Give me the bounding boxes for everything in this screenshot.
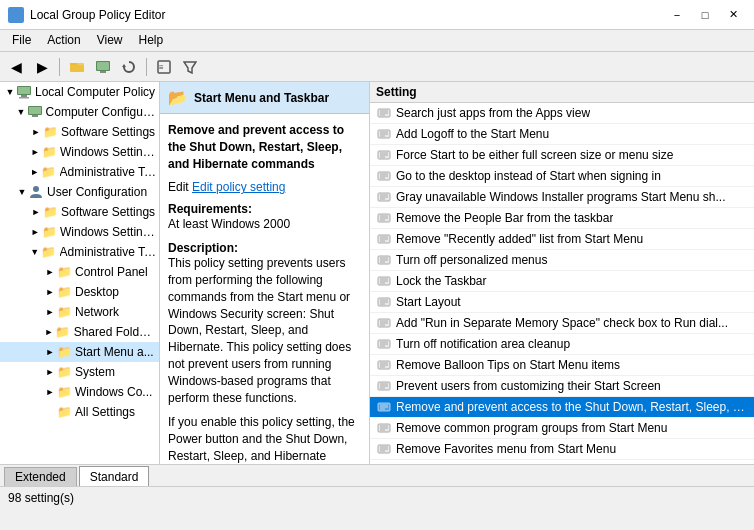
settings-header-label: Setting bbox=[376, 85, 417, 99]
tree-admin-templates-cc[interactable]: ► 📁 Administrative Te... bbox=[0, 162, 159, 182]
menu-file[interactable]: File bbox=[4, 32, 39, 49]
tree-toggle-at-cc[interactable]: ► bbox=[29, 167, 41, 177]
maximize-button[interactable]: □ bbox=[692, 6, 718, 24]
tree-uc-admin[interactable]: ▼ 📁 Administrative Te... bbox=[0, 242, 159, 262]
settings-item[interactable]: Go to the desktop instead of Start when … bbox=[370, 166, 754, 187]
settings-item[interactable]: Add "Run in Separate Memory Space" check… bbox=[370, 313, 754, 334]
tree-windows-settings[interactable]: ► 📁 Windows Setting... bbox=[0, 142, 159, 162]
folder-icon-button[interactable] bbox=[65, 56, 89, 78]
settings-item[interactable]: Remove Balloon Tips on Start Menu items bbox=[370, 355, 754, 376]
forward-button[interactable]: ▶ bbox=[30, 56, 54, 78]
tree-computer-config[interactable]: ▼ Computer Configura... bbox=[0, 102, 159, 122]
tree-desktop[interactable]: ► 📁 Desktop bbox=[0, 282, 159, 302]
tree-toggle-uc-ws[interactable]: ► bbox=[29, 227, 41, 237]
tree-wc-label: Windows Co... bbox=[75, 385, 152, 399]
svg-rect-4 bbox=[70, 65, 84, 72]
settings-item[interactable]: Turn off notification area cleanup bbox=[370, 334, 754, 355]
tree-toggle-uc-ss[interactable]: ► bbox=[30, 207, 42, 217]
user-config-icon bbox=[28, 184, 44, 200]
tree-uc-at-label: Administrative Te... bbox=[60, 245, 157, 259]
tree-all-settings[interactable]: ► 📁 All Settings bbox=[0, 402, 159, 422]
tab-extended-label: Extended bbox=[15, 470, 66, 484]
middle-panel-header: 📂 Start Menu and Taskbar bbox=[160, 82, 369, 114]
tab-extended[interactable]: Extended bbox=[4, 467, 77, 486]
tree-windows-components[interactable]: ► 📁 Windows Co... bbox=[0, 382, 159, 402]
settings-item[interactable]: Remove common program groups from Start … bbox=[370, 418, 754, 439]
tree-uc-ss-label: Software Settings bbox=[61, 205, 155, 219]
folder-as-icon: 📁 bbox=[56, 404, 72, 420]
tree-toggle-net[interactable]: ► bbox=[44, 307, 56, 317]
svg-rect-6 bbox=[97, 62, 109, 70]
setting-icon bbox=[376, 210, 392, 226]
settings-item[interactable]: Force Start to be either full screen siz… bbox=[370, 145, 754, 166]
setting-label: Remove and prevent access to the Shut Do… bbox=[396, 400, 748, 414]
description-title: Description: bbox=[168, 241, 361, 255]
tree-start-menu[interactable]: ► 📁 Start Menu a... bbox=[0, 342, 159, 362]
tree-toggle-sys[interactable]: ► bbox=[44, 367, 56, 377]
status-text: 98 setting(s) bbox=[8, 491, 74, 505]
settings-item[interactable]: Gray unavailable Windows Installer progr… bbox=[370, 187, 754, 208]
tree-toggle-ss[interactable]: ► bbox=[30, 127, 42, 137]
folder-uc-ws-icon: 📁 bbox=[41, 224, 57, 240]
back-button[interactable]: ◀ bbox=[4, 56, 28, 78]
tree-toggle-cp[interactable]: ► bbox=[44, 267, 56, 277]
settings-item[interactable]: Remove and prevent access to the Shut Do… bbox=[370, 397, 754, 418]
settings-item[interactable]: Remove "Recently added" list from Start … bbox=[370, 229, 754, 250]
folder-wc-icon: 📁 bbox=[56, 384, 72, 400]
folder-net-icon: 📁 bbox=[56, 304, 72, 320]
svg-rect-14 bbox=[21, 95, 27, 97]
app-icon bbox=[8, 7, 24, 23]
tree-uc-software[interactable]: ► 📁 Software Settings bbox=[0, 202, 159, 222]
tree-toggle-wc[interactable]: ► bbox=[44, 387, 56, 397]
setting-icon bbox=[376, 231, 392, 247]
minimize-button[interactable]: − bbox=[664, 6, 690, 24]
tree-toggle-sm[interactable]: ► bbox=[44, 347, 56, 357]
tree-root[interactable]: ▼ Local Computer Policy bbox=[0, 82, 159, 102]
tab-standard[interactable]: Standard bbox=[79, 466, 150, 486]
menu-help[interactable]: Help bbox=[131, 32, 172, 49]
tree-toggle-cc[interactable]: ▼ bbox=[15, 107, 26, 117]
setting-label: Force Start to be either full screen siz… bbox=[396, 148, 673, 162]
computer-icon-button[interactable] bbox=[91, 56, 115, 78]
settings-item[interactable]: Add Logoff to the Start Menu bbox=[370, 124, 754, 145]
tree-toggle-uc[interactable]: ▼ bbox=[16, 187, 28, 197]
edit-policy-link[interactable]: Edit policy setting bbox=[192, 180, 285, 194]
tree-network[interactable]: ► 📁 Network bbox=[0, 302, 159, 322]
filter-button[interactable] bbox=[178, 56, 202, 78]
middle-panel: 📂 Start Menu and Taskbar Remove and prev… bbox=[160, 82, 370, 464]
tree-control-panel[interactable]: ► 📁 Control Panel bbox=[0, 262, 159, 282]
svg-point-19 bbox=[33, 186, 39, 192]
tree-system[interactable]: ► 📁 System bbox=[0, 362, 159, 382]
close-button[interactable]: ✕ bbox=[720, 6, 746, 24]
menu-view[interactable]: View bbox=[89, 32, 131, 49]
tree-net-label: Network bbox=[75, 305, 119, 319]
tree-toggle-uc-at[interactable]: ▼ bbox=[29, 247, 41, 257]
tree-toggle-sf[interactable]: ► bbox=[43, 327, 55, 337]
setting-icon bbox=[376, 105, 392, 121]
tree-uc-windows[interactable]: ► 📁 Windows Setting... bbox=[0, 222, 159, 242]
menu-action[interactable]: Action bbox=[39, 32, 88, 49]
middle-panel-body: Remove and prevent access to the Shut Do… bbox=[160, 114, 369, 464]
refresh-button[interactable] bbox=[117, 56, 141, 78]
tree-software-settings[interactable]: ► 📁 Software Settings bbox=[0, 122, 159, 142]
settings-item[interactable]: Remove the People Bar from the taskbar bbox=[370, 208, 754, 229]
tree-toggle-ws[interactable]: ► bbox=[29, 147, 41, 157]
settings-item[interactable]: Prevent users from customizing their Sta… bbox=[370, 376, 754, 397]
settings-item[interactable]: Turn off personalized menus bbox=[370, 250, 754, 271]
settings-header: Setting bbox=[370, 82, 754, 103]
title-left: Local Group Policy Editor bbox=[8, 7, 165, 23]
tree-toggle-dt[interactable]: ► bbox=[44, 287, 56, 297]
folder-at-cc-icon: 📁 bbox=[41, 164, 57, 180]
tree-user-config[interactable]: ▼ User Configuration bbox=[0, 182, 159, 202]
settings-item[interactable]: Start Layout bbox=[370, 292, 754, 313]
setting-icon bbox=[376, 399, 392, 415]
settings-item[interactable]: Lock the Taskbar bbox=[370, 271, 754, 292]
content-area: ▼ Local Computer Policy ▼ Computer Confi… bbox=[0, 82, 754, 464]
export-button[interactable]: ≡ bbox=[152, 56, 176, 78]
settings-item[interactable]: Remove Favorites menu from Start Menu bbox=[370, 439, 754, 460]
tree-toggle-root[interactable]: ▼ bbox=[4, 87, 16, 97]
settings-item[interactable]: Search just apps from the Apps view bbox=[370, 103, 754, 124]
tree-shared-folders[interactable]: ► 📁 Shared Folder... bbox=[0, 322, 159, 342]
window-controls[interactable]: − □ ✕ bbox=[664, 6, 746, 24]
setting-label: Remove the People Bar from the taskbar bbox=[396, 211, 613, 225]
